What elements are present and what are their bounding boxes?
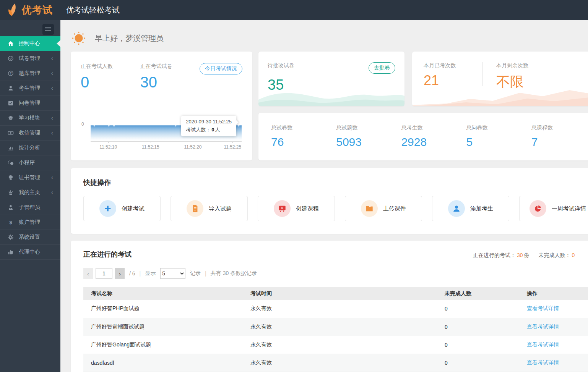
app-header: 优考试 优考试轻松考试 bbox=[0, 0, 588, 20]
total-stat: 总课程数7 bbox=[531, 125, 588, 149]
grading-value: 35 bbox=[268, 77, 395, 93]
sidebar: 控制中心试卷管理‹?题库管理‹考生管理‹问卷管理学习模块‹收益管理‹统计分析小程… bbox=[0, 20, 60, 372]
next-page-button[interactable]: › bbox=[115, 268, 125, 279]
sidebar-item-问卷管理[interactable]: 问卷管理 bbox=[0, 96, 60, 111]
sidebar-item-账户管理[interactable]: $账户管理 bbox=[0, 215, 60, 230]
quick-action-label: 导入试题 bbox=[209, 205, 232, 212]
stat-value: 30 bbox=[140, 74, 200, 91]
quick-action-创建课程[interactable]: 创建课程 bbox=[258, 196, 335, 221]
total-stat-label: 总试题数 bbox=[336, 125, 401, 131]
exam-time-cell: 永久有效 bbox=[243, 318, 437, 336]
unfinished-count: 0 bbox=[572, 252, 575, 258]
greeting-row: 早上好，梦溪管理员 bbox=[71, 30, 588, 47]
column-header: 操作 bbox=[519, 287, 588, 300]
column-header: 考试名称 bbox=[83, 287, 243, 300]
view-exam-detail-link[interactable]: 查看考试详情 bbox=[527, 305, 559, 311]
wechat-icon bbox=[8, 160, 14, 166]
sidebar-item-label: 控制中心 bbox=[19, 40, 40, 47]
quick-action-上传课件[interactable]: 上传课件 bbox=[345, 196, 422, 221]
tooltip-date: 2020-09-30 11:52:25 bbox=[186, 118, 232, 126]
total-records-label: 共有 30 条数据记录 bbox=[211, 270, 257, 277]
total-stat-value: 5093 bbox=[336, 136, 401, 149]
sidebar-item-label: 问卷管理 bbox=[19, 100, 40, 107]
today-exam-status-button[interactable]: 今日考试情况 bbox=[200, 63, 242, 74]
bar-chart-icon bbox=[8, 145, 14, 151]
sidebar-item-试卷管理[interactable]: 试卷管理‹ bbox=[0, 51, 60, 66]
quick-actions-row: 创建考试导入试题创建课程上传课件添加考生一周考试详情 bbox=[83, 196, 588, 221]
certificate-icon bbox=[8, 175, 14, 181]
grading-label: 待批改试卷 bbox=[268, 62, 294, 69]
sidebar-item-系统设置[interactable]: 系统设置 bbox=[0, 230, 60, 245]
totals-card: 总试卷数76总试题数5093总考生数2928总问卷数5总课程数7 bbox=[258, 113, 588, 160]
sidebar-item-label: 子管理员 bbox=[19, 204, 40, 211]
menu-toggle-button[interactable] bbox=[42, 24, 54, 35]
sidebar-item-小程序[interactable]: 小程序 bbox=[0, 155, 60, 170]
page-number-input[interactable] bbox=[96, 268, 112, 279]
hamburger-icon bbox=[45, 27, 51, 27]
sidebar-item-代理中心[interactable]: 代理中心 bbox=[0, 245, 60, 260]
grading-card: 待批改试卷 去批卷 35 bbox=[258, 52, 404, 106]
x-axis-label: 11:52:20 bbox=[184, 144, 201, 150]
monthly-usage-card: 本月已考次数 21 本月剩余次数 不限 bbox=[412, 52, 588, 106]
sidebar-item-label: 题库管理 bbox=[19, 70, 40, 77]
view-exam-detail-link[interactable]: 查看考试详情 bbox=[527, 341, 559, 348]
exam-name-cell: 广州好智Golang面试试题 bbox=[83, 336, 243, 354]
folder-icon bbox=[361, 200, 378, 217]
ongoing-exams-table: 考试名称考试时间未完成人数操作 广州好智PHP面试题永久有效0查看考试详情广州好… bbox=[83, 287, 588, 372]
total-stat: 总问卷数5 bbox=[466, 125, 531, 149]
sidebar-item-label: 收益管理 bbox=[19, 129, 40, 136]
sun-icon bbox=[71, 30, 87, 46]
x-axis-tick bbox=[193, 142, 193, 143]
gear-icon bbox=[8, 234, 14, 240]
sidebar-item-控制中心[interactable]: 控制中心 bbox=[0, 36, 60, 51]
exam-time-cell: 永久有效 bbox=[243, 300, 437, 318]
dollar-icon: $ bbox=[8, 219, 14, 225]
sidebar-item-label: 学习模块 bbox=[19, 115, 40, 121]
ongoing-exams-card: 正在进行的考试 正在进行的考试：30份未完成人数：0 ‹ › / 6 | 显示 … bbox=[71, 241, 588, 372]
action-cell: 查看考试详情 bbox=[519, 336, 588, 354]
view-exam-detail-link[interactable]: 查看考试详情 bbox=[527, 359, 559, 366]
prev-page-button[interactable]: ‹ bbox=[83, 268, 93, 279]
sidebar-item-子管理员[interactable]: 子管理员 bbox=[0, 200, 60, 215]
examinee-count-stat: 正在考试人数 0 bbox=[81, 63, 140, 91]
sidebar-item-题库管理[interactable]: ?题库管理‹ bbox=[0, 66, 60, 81]
exam-paper-count-stat: 正在考试试卷 30 bbox=[140, 63, 200, 91]
chart-tooltip: 2020-09-30 11:52:25 考试人数：0人 bbox=[181, 116, 236, 136]
total-stat-value: 7 bbox=[531, 136, 588, 149]
column-header: 未完成人数 bbox=[437, 287, 519, 300]
sidebar-item-统计分析[interactable]: 统计分析 bbox=[0, 141, 60, 155]
sidebar-item-学习模块[interactable]: 学习模块‹ bbox=[0, 111, 60, 126]
page-size-select[interactable]: 5 bbox=[160, 268, 185, 279]
chevron-left-icon: ‹ bbox=[51, 175, 53, 181]
greeting-text: 早上好，梦溪管理员 bbox=[95, 33, 164, 44]
sidebar-item-证书管理[interactable]: 证书管理‹ bbox=[0, 170, 60, 185]
action-cell: 查看考试详情 bbox=[519, 354, 588, 372]
go-grade-button[interactable]: 去批卷 bbox=[369, 62, 395, 74]
sidebar-item-收益管理[interactable]: 收益管理‹ bbox=[0, 126, 60, 141]
view-exam-detail-link[interactable]: 查看考试详情 bbox=[527, 323, 559, 330]
x-axis-label: 11:52:15 bbox=[142, 144, 159, 150]
exam-name-cell: dasdfasdf bbox=[83, 354, 243, 372]
stat-value: 0 bbox=[81, 74, 140, 91]
question-circle-icon: ? bbox=[8, 70, 14, 76]
chevron-left-icon: ‹ bbox=[51, 189, 53, 196]
logo-text: 优考试 bbox=[22, 3, 53, 17]
sidebar-item-我的主页[interactable]: 我的主页‹ bbox=[0, 185, 60, 200]
stat-label: 正在考试试卷 bbox=[140, 63, 200, 70]
exam-count-chart: 0 bbox=[91, 124, 242, 151]
quick-action-添加考生[interactable]: 添加考生 bbox=[432, 196, 509, 221]
sidebar-item-考生管理[interactable]: 考生管理‹ bbox=[0, 81, 60, 96]
quick-action-一周考试详情[interactable]: 一周考试详情 bbox=[519, 196, 588, 221]
sidebar-item-label: 证书管理 bbox=[19, 174, 40, 181]
quick-action-创建考试[interactable]: 创建考试 bbox=[83, 196, 161, 221]
chevron-left-icon: ‹ bbox=[51, 55, 53, 61]
exam-time-cell: 永久有效 bbox=[243, 354, 437, 372]
action-cell: 查看考试详情 bbox=[519, 300, 588, 318]
sidebar-item-label: 统计分析 bbox=[19, 144, 40, 151]
graduation-cap-icon bbox=[8, 115, 14, 121]
user-icon bbox=[8, 85, 14, 91]
show-label: 显示 bbox=[145, 270, 156, 277]
action-cell: 查看考试详情 bbox=[519, 318, 588, 336]
chevron-left-icon: ‹ bbox=[51, 85, 53, 91]
quick-action-导入试题[interactable]: 导入试题 bbox=[171, 196, 248, 221]
